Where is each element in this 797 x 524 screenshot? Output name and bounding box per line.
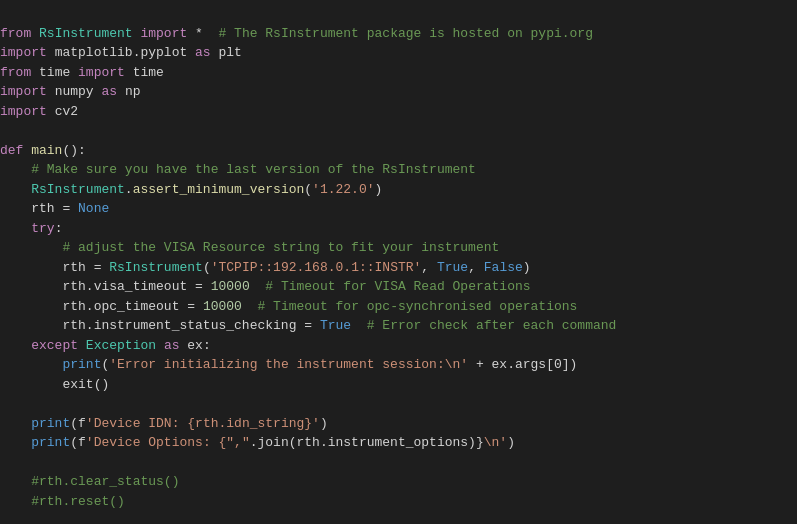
line-24: #rth.clear_status() bbox=[0, 474, 179, 489]
line-21: print(f'Device IDN: {rth.idn_string}') bbox=[0, 416, 328, 431]
line-19: exit() bbox=[0, 377, 109, 392]
line-17: except Exception as ex: bbox=[0, 338, 211, 353]
line-1: from RsInstrument import * # The RsInstr… bbox=[0, 26, 593, 41]
line-3: from time import time bbox=[0, 65, 164, 80]
line-18: print('Error initializing the instrument… bbox=[0, 357, 577, 372]
line-25: #rth.reset() bbox=[0, 494, 125, 509]
line-4: import numpy as np bbox=[0, 84, 140, 99]
line-5: import cv2 bbox=[0, 104, 78, 119]
line-14: rth.visa_timeout = 10000 # Timeout for V… bbox=[0, 279, 531, 294]
line-22: print(f'Device Options: {",".join(rth.in… bbox=[0, 435, 515, 450]
line-11: try: bbox=[0, 221, 62, 236]
line-12: # adjust the VISA Resource string to fit… bbox=[0, 240, 499, 255]
line-7: def main(): bbox=[0, 143, 86, 158]
line-13: rth = RsInstrument('TCPIP::192.168.0.1::… bbox=[0, 260, 531, 275]
line-9: RsInstrument.assert_minimum_version('1.2… bbox=[0, 182, 382, 197]
line-16: rth.instrument_status_checking = True # … bbox=[0, 318, 616, 333]
line-8: # Make sure you have the last version of… bbox=[0, 162, 476, 177]
line-2: import matplotlib.pyplot as plt bbox=[0, 45, 242, 60]
code-editor: from RsInstrument import * # The RsInstr… bbox=[0, 0, 797, 524]
line-10: rth = None bbox=[0, 201, 109, 216]
line-15: rth.opc_timeout = 10000 # Timeout for op… bbox=[0, 299, 577, 314]
